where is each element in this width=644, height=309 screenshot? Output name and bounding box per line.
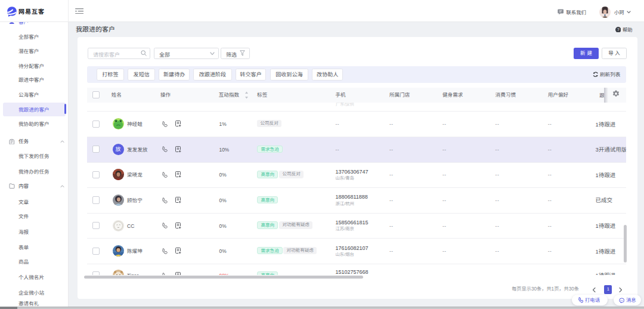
svg-text:?: ? xyxy=(617,27,619,32)
